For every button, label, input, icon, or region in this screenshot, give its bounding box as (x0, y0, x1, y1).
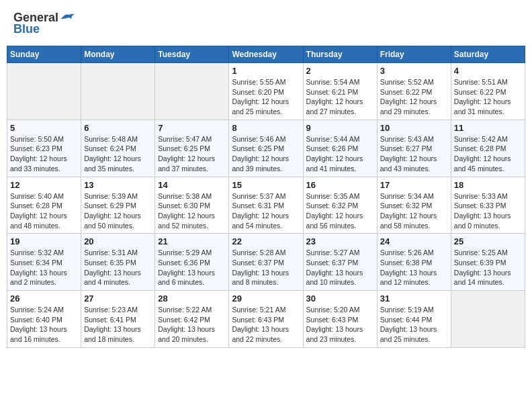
day-number: 4 (454, 66, 522, 76)
calendar-cell: 16Sunrise: 5:35 AM Sunset: 6:32 PM Dayli… (303, 177, 377, 234)
calendar-cell: 13Sunrise: 5:39 AM Sunset: 6:29 PM Dayli… (81, 177, 155, 234)
calendar-cell: 14Sunrise: 5:38 AM Sunset: 6:30 PM Dayli… (155, 177, 229, 234)
day-number: 31 (380, 293, 448, 304)
day-number: 13 (84, 180, 152, 190)
day-detail: Sunrise: 5:24 AM Sunset: 6:40 PM Dayligh… (10, 305, 78, 345)
header-tuesday: Tuesday (155, 46, 229, 63)
day-number: 2 (306, 66, 374, 76)
calendar-cell: 29Sunrise: 5:21 AM Sunset: 6:43 PM Dayli… (229, 291, 303, 348)
calendar-week-row: 5Sunrise: 5:50 AM Sunset: 6:23 PM Daylig… (7, 120, 525, 177)
calendar-cell: 31Sunrise: 5:19 AM Sunset: 6:44 PM Dayli… (377, 291, 451, 348)
day-detail: Sunrise: 5:37 AM Sunset: 6:31 PM Dayligh… (232, 191, 300, 231)
day-number: 10 (380, 123, 448, 133)
calendar-header-row: SundayMondayTuesdayWednesdayThursdayFrid… (7, 46, 525, 63)
calendar-cell: 26Sunrise: 5:24 AM Sunset: 6:40 PM Dayli… (7, 291, 81, 348)
day-detail: Sunrise: 5:20 AM Sunset: 6:43 PM Dayligh… (306, 305, 374, 345)
day-number: 25 (454, 236, 522, 246)
day-detail: Sunrise: 5:33 AM Sunset: 6:33 PM Dayligh… (454, 191, 522, 231)
day-detail: Sunrise: 5:39 AM Sunset: 6:29 PM Dayligh… (84, 191, 152, 231)
day-number: 1 (232, 66, 300, 76)
day-detail: Sunrise: 5:55 AM Sunset: 6:20 PM Dayligh… (232, 77, 300, 117)
header-wednesday: Wednesday (229, 46, 303, 63)
logo-blue-text: Blue (13, 22, 40, 36)
calendar-week-row: 26Sunrise: 5:24 AM Sunset: 6:40 PM Dayli… (7, 291, 525, 348)
calendar-cell: 2Sunrise: 5:54 AM Sunset: 6:21 PM Daylig… (303, 63, 377, 120)
day-number: 8 (232, 123, 300, 133)
day-detail: Sunrise: 5:23 AM Sunset: 6:41 PM Dayligh… (84, 305, 152, 345)
calendar-cell (81, 63, 155, 120)
calendar-cell: 25Sunrise: 5:25 AM Sunset: 6:39 PM Dayli… (451, 234, 525, 291)
calendar-cell: 22Sunrise: 5:28 AM Sunset: 6:37 PM Dayli… (229, 234, 303, 291)
calendar-cell: 15Sunrise: 5:37 AM Sunset: 6:31 PM Dayli… (229, 177, 303, 234)
day-detail: Sunrise: 5:51 AM Sunset: 6:22 PM Dayligh… (454, 77, 522, 117)
page-header: General Blue (7, 7, 525, 40)
day-detail: Sunrise: 5:22 AM Sunset: 6:42 PM Dayligh… (158, 305, 226, 345)
day-number: 11 (454, 123, 522, 133)
day-detail: Sunrise: 5:25 AM Sunset: 6:39 PM Dayligh… (454, 248, 522, 287)
day-number: 24 (380, 236, 448, 246)
header-friday: Friday (377, 46, 451, 63)
calendar-cell: 6Sunrise: 5:48 AM Sunset: 6:24 PM Daylig… (81, 120, 155, 177)
day-detail: Sunrise: 5:48 AM Sunset: 6:24 PM Dayligh… (84, 134, 152, 174)
calendar-cell: 20Sunrise: 5:31 AM Sunset: 6:35 PM Dayli… (81, 234, 155, 291)
calendar-week-row: 1Sunrise: 5:55 AM Sunset: 6:20 PM Daylig… (7, 63, 525, 120)
day-number: 3 (380, 66, 448, 76)
day-detail: Sunrise: 5:50 AM Sunset: 6:23 PM Dayligh… (10, 134, 78, 174)
day-number: 14 (158, 180, 226, 190)
day-number: 16 (306, 180, 374, 190)
day-number: 7 (158, 123, 226, 133)
day-number: 17 (380, 180, 448, 190)
calendar-cell: 8Sunrise: 5:46 AM Sunset: 6:25 PM Daylig… (229, 120, 303, 177)
calendar-cell: 24Sunrise: 5:26 AM Sunset: 6:38 PM Dayli… (377, 234, 451, 291)
calendar-cell: 27Sunrise: 5:23 AM Sunset: 6:41 PM Dayli… (81, 291, 155, 348)
calendar-cell: 7Sunrise: 5:47 AM Sunset: 6:25 PM Daylig… (155, 120, 229, 177)
calendar-cell: 10Sunrise: 5:43 AM Sunset: 6:27 PM Dayli… (377, 120, 451, 177)
day-detail: Sunrise: 5:32 AM Sunset: 6:34 PM Dayligh… (10, 248, 78, 287)
day-number: 30 (306, 293, 374, 304)
calendar-cell: 1Sunrise: 5:55 AM Sunset: 6:20 PM Daylig… (229, 63, 303, 120)
calendar-cell (7, 63, 81, 120)
day-detail: Sunrise: 5:43 AM Sunset: 6:27 PM Dayligh… (380, 134, 448, 174)
day-detail: Sunrise: 5:34 AM Sunset: 6:32 PM Dayligh… (380, 191, 448, 231)
day-number: 28 (158, 293, 226, 304)
calendar-cell (451, 291, 525, 348)
calendar-week-row: 12Sunrise: 5:40 AM Sunset: 6:28 PM Dayli… (7, 177, 525, 234)
day-number: 23 (306, 236, 374, 246)
day-detail: Sunrise: 5:19 AM Sunset: 6:44 PM Dayligh… (380, 305, 448, 345)
day-number: 22 (232, 236, 300, 246)
day-detail: Sunrise: 5:26 AM Sunset: 6:38 PM Dayligh… (380, 248, 448, 287)
calendar-cell (155, 63, 229, 120)
day-detail: Sunrise: 5:27 AM Sunset: 6:37 PM Dayligh… (306, 248, 374, 287)
day-detail: Sunrise: 5:31 AM Sunset: 6:35 PM Dayligh… (84, 248, 152, 287)
day-detail: Sunrise: 5:54 AM Sunset: 6:21 PM Dayligh… (306, 77, 374, 117)
calendar-cell: 5Sunrise: 5:50 AM Sunset: 6:23 PM Daylig… (7, 120, 81, 177)
calendar-cell: 19Sunrise: 5:32 AM Sunset: 6:34 PM Dayli… (7, 234, 81, 291)
day-number: 27 (84, 293, 152, 304)
day-detail: Sunrise: 5:21 AM Sunset: 6:43 PM Dayligh… (232, 305, 300, 345)
header-sunday: Sunday (7, 46, 81, 63)
calendar-cell: 30Sunrise: 5:20 AM Sunset: 6:43 PM Dayli… (303, 291, 377, 348)
day-detail: Sunrise: 5:28 AM Sunset: 6:37 PM Dayligh… (232, 248, 300, 287)
day-number: 21 (158, 236, 226, 246)
day-detail: Sunrise: 5:29 AM Sunset: 6:36 PM Dayligh… (158, 248, 226, 287)
day-number: 29 (232, 293, 300, 304)
logo: General Blue (13, 11, 75, 36)
day-number: 15 (232, 180, 300, 190)
day-number: 20 (84, 236, 152, 246)
header-thursday: Thursday (303, 46, 377, 63)
day-detail: Sunrise: 5:52 AM Sunset: 6:22 PM Dayligh… (380, 77, 448, 117)
day-number: 5 (10, 123, 78, 133)
calendar-cell: 18Sunrise: 5:33 AM Sunset: 6:33 PM Dayli… (451, 177, 525, 234)
day-detail: Sunrise: 5:47 AM Sunset: 6:25 PM Dayligh… (158, 134, 226, 174)
day-detail: Sunrise: 5:42 AM Sunset: 6:28 PM Dayligh… (454, 134, 522, 174)
logo-bird-icon (60, 12, 75, 23)
header-saturday: Saturday (451, 46, 525, 63)
calendar-table: SundayMondayTuesdayWednesdayThursdayFrid… (7, 46, 525, 348)
calendar-cell: 21Sunrise: 5:29 AM Sunset: 6:36 PM Dayli… (155, 234, 229, 291)
calendar-cell: 3Sunrise: 5:52 AM Sunset: 6:22 PM Daylig… (377, 63, 451, 120)
day-number: 19 (10, 236, 78, 246)
day-number: 9 (306, 123, 374, 133)
day-detail: Sunrise: 5:44 AM Sunset: 6:26 PM Dayligh… (306, 134, 374, 174)
calendar-cell: 9Sunrise: 5:44 AM Sunset: 6:26 PM Daylig… (303, 120, 377, 177)
day-number: 26 (10, 293, 78, 304)
